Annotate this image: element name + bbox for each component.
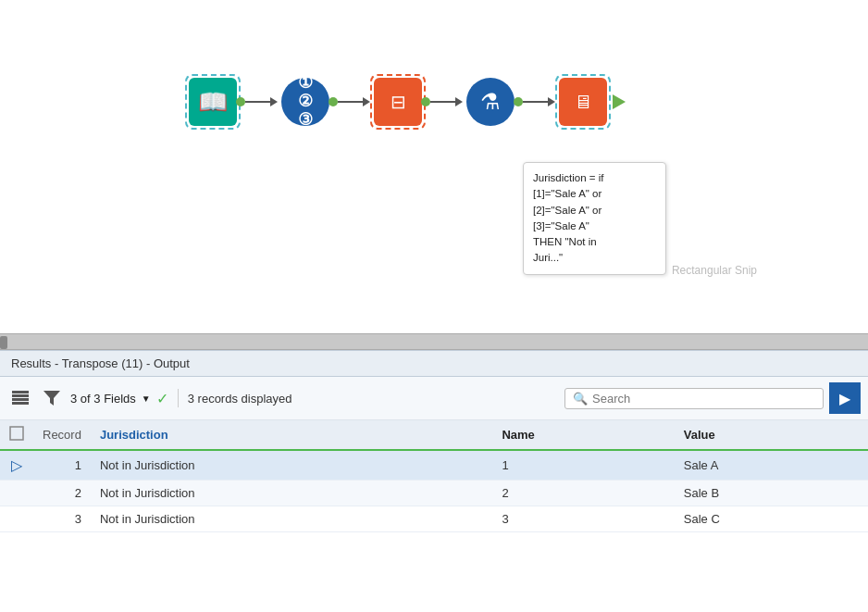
col-value-header[interactable]: Value: [675, 420, 868, 450]
table-row[interactable]: 3Not in Jurisdiction3Sale C: [0, 506, 868, 532]
table-body: ▷1Not in Jurisdiction1Sale A2Not in Juri…: [0, 450, 868, 532]
node-output[interactable]: 🖥: [555, 74, 611, 130]
tooltip-line3: [2]="Sale A" or: [533, 205, 601, 216]
results-title: Results - Transpose (11) - Output: [11, 356, 190, 370]
search-button[interactable]: ▶: [829, 382, 861, 414]
table-row[interactable]: ▷1Not in Jurisdiction1Sale A: [0, 450, 868, 481]
row-selector-cell[interactable]: [0, 481, 33, 506]
row-arrow-icon: ▷: [11, 456, 22, 474]
fields-dropdown-button[interactable]: 3 of 3 Fields ▼: [70, 392, 151, 406]
toolbar-separator: [178, 389, 179, 407]
col-selector-header: [0, 420, 33, 450]
tooltip-line4: [3]="Sale A": [533, 220, 589, 231]
results-title-bar: Results - Transpose (11) - Output: [0, 350, 868, 377]
results-panel: Results - Transpose (11) - Output 3 of 3…: [0, 350, 868, 532]
book-icon: 📖: [198, 88, 228, 117]
select-all-icon: [9, 426, 24, 441]
tooltip-line1: Jurisdiction = if: [533, 172, 603, 183]
connector-3: [426, 97, 463, 106]
search-btn-icon: ▶: [839, 390, 850, 407]
table-row[interactable]: 2Not in Jurisdiction2Sale B: [0, 481, 868, 506]
table-header-row: Record Jurisdiction Name Value: [0, 420, 868, 450]
col-jurisdiction-header[interactable]: Jurisdiction: [91, 420, 492, 450]
tooltip-line6: Juri...": [533, 252, 563, 263]
node-book[interactable]: 📖: [185, 74, 241, 130]
tooltip-line2: [1]="Sale A" or: [533, 188, 601, 199]
svg-rect-3: [12, 402, 29, 405]
filter-icon: [43, 391, 60, 406]
search-icon: 🔍: [573, 392, 588, 406]
dropdown-arrow-icon: ▼: [142, 393, 151, 404]
table-icon: [12, 391, 29, 406]
view-table-button[interactable]: [7, 387, 33, 409]
snip-label: Rectangular Snip: [672, 264, 757, 277]
cell-jurisdiction: Not in Jurisdiction: [91, 450, 492, 481]
filter-button[interactable]: [39, 387, 65, 409]
svg-rect-0: [12, 391, 29, 393]
node-numbered[interactable]: ①②③: [278, 74, 333, 130]
cell-name: 2: [492, 481, 674, 506]
search-container: 🔍: [564, 388, 824, 409]
cell-name: 3: [492, 506, 674, 532]
connector-1: [241, 97, 278, 106]
col-record-header[interactable]: Record: [33, 420, 91, 450]
scroll-handle[interactable]: [0, 336, 7, 349]
cell-jurisdiction: Not in Jurisdiction: [91, 506, 492, 532]
data-table: Record Jurisdiction Name Value ▷1Not in …: [0, 420, 868, 532]
fields-label: 3 of 3 Fields: [70, 392, 136, 406]
row-selector-cell[interactable]: [0, 506, 33, 532]
search-input[interactable]: [592, 392, 815, 406]
node-flask[interactable]: ⚗: [463, 74, 518, 130]
workflow-diagram: 📖 ①②③ ⊟: [185, 74, 611, 130]
numbered-icon: ①②③: [298, 74, 313, 129]
svg-rect-5: [10, 427, 23, 440]
cell-value: Sale C: [675, 506, 868, 532]
horizontal-scrollbar[interactable]: [0, 333, 868, 350]
output-icon: 🖥: [574, 92, 592, 113]
flask-icon: ⚗: [480, 89, 501, 115]
tooltip-line5: THEN "Not in: [533, 236, 597, 247]
confirm-icon[interactable]: ✓: [156, 390, 168, 407]
cell-name: 1: [492, 450, 674, 481]
workflow-canvas: 📖 ①②③ ⊟: [0, 0, 868, 333]
row-selector-cell[interactable]: ▷: [0, 450, 33, 481]
cell-record: 2: [33, 481, 91, 506]
output-arrow: [613, 94, 626, 109]
cell-value: Sale B: [675, 481, 868, 506]
cell-jurisdiction: Not in Jurisdiction: [91, 481, 492, 506]
cell-value: Sale A: [675, 450, 868, 481]
svg-rect-2: [12, 398, 29, 401]
connector-2: [333, 97, 370, 106]
records-count: 3 records displayed: [188, 392, 292, 406]
col-name-header[interactable]: Name: [492, 420, 674, 450]
cell-record: 1: [33, 450, 91, 481]
cell-record: 3: [33, 506, 91, 532]
formula-icon: ⊟: [391, 91, 406, 113]
svg-marker-4: [43, 391, 60, 406]
svg-rect-1: [12, 394, 29, 397]
connector-4: [518, 97, 555, 106]
formula-tooltip: Jurisdiction = if [1]="Sale A" or [2]="S…: [523, 162, 666, 275]
results-toolbar: 3 of 3 Fields ▼ ✓ 3 records displayed 🔍 …: [0, 377, 868, 420]
node-formula[interactable]: ⊟: [370, 74, 426, 130]
